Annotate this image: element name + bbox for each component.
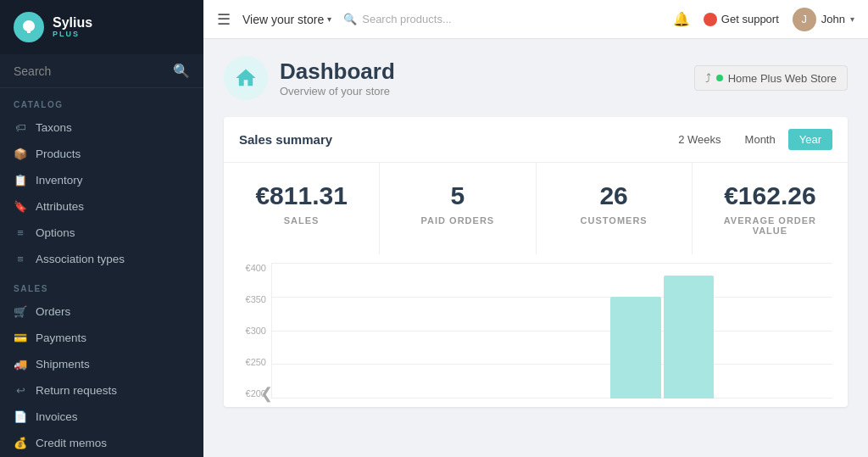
period-tab-2weeks[interactable]: 2 Weeks bbox=[667, 129, 732, 150]
metric-paid-orders-label: PAID ORDERS bbox=[395, 215, 520, 226]
y-label-350: €350 bbox=[239, 294, 266, 304]
metric-sales-value: €811.31 bbox=[239, 181, 364, 210]
sidebar-item-options[interactable]: ≡ Options bbox=[0, 220, 203, 246]
get-support-button[interactable]: Get support bbox=[704, 13, 779, 26]
top-nav: ☰ View your store ▾ 🔍 🔔 Get support J Jo… bbox=[203, 0, 868, 39]
taxons-icon: 🏷 bbox=[14, 121, 27, 134]
options-icon: ≡ bbox=[14, 226, 27, 239]
sales-label: SALES bbox=[0, 272, 203, 298]
metric-customers-value: 26 bbox=[552, 181, 676, 210]
sidebar-item-orders-label: Orders bbox=[36, 305, 70, 318]
metric-sales-label: SALES bbox=[239, 215, 364, 226]
y-label-400: €400 bbox=[239, 263, 266, 273]
sidebar-item-attributes[interactable]: 🔖 Attributes bbox=[0, 193, 203, 220]
avatar: J bbox=[793, 8, 816, 31]
metric-avg-order-label: AVERAGE ORDER VALUE bbox=[708, 215, 832, 236]
page-title-wrap: Dashboard Overview of your store bbox=[280, 59, 694, 98]
sidebar-item-options-label: Options bbox=[36, 226, 75, 239]
shipments-icon: 🚚 bbox=[14, 358, 27, 371]
store-badge[interactable]: ⤴ Home Plus Web Store bbox=[694, 65, 848, 91]
sidebar-item-attributes-label: Attributes bbox=[36, 200, 84, 213]
sidebar-item-return-requests[interactable]: ↩ Return requests bbox=[0, 377, 203, 404]
sidebar-item-payments[interactable]: 💳 Payments bbox=[0, 325, 203, 351]
period-tab-year[interactable]: Year bbox=[788, 129, 832, 150]
sidebar-item-taxons-label: Taxons bbox=[36, 121, 72, 134]
sidebar-item-invoices-label: Invoices bbox=[36, 410, 78, 423]
metric-avg-order-value: €162.26 bbox=[708, 181, 832, 210]
sidebar-item-payments-label: Payments bbox=[36, 332, 86, 344]
chart-nav-left[interactable]: ❮ bbox=[260, 384, 273, 403]
metric-paid-orders-value: 5 bbox=[395, 181, 520, 210]
logo-text: Sylius PLUS bbox=[53, 16, 92, 38]
hamburger-icon[interactable]: ☰ bbox=[217, 10, 231, 29]
period-tab-month[interactable]: Month bbox=[734, 129, 787, 150]
y-label-300: €300 bbox=[239, 326, 266, 336]
sales-summary-metrics: €811.31 SALES 5 PAID ORDERS 26 CUSTOMERS… bbox=[224, 163, 848, 254]
sidebar-item-credit-memos-label: Credit memos bbox=[36, 437, 107, 449]
sidebar-item-shipments-label: Shipments bbox=[36, 358, 90, 371]
metric-avg-order: €162.26 AVERAGE ORDER VALUE bbox=[693, 163, 848, 254]
page-content: Dashboard Overview of your store ⤴ Home … bbox=[203, 39, 868, 457]
page-header: Dashboard Overview of your store ⤴ Home … bbox=[224, 56, 848, 100]
sidebar-item-credit-memos[interactable]: 💰 Credit memos bbox=[0, 430, 203, 456]
sidebar-item-shipments[interactable]: 🚚 Shipments bbox=[0, 351, 203, 377]
bell-icon[interactable]: 🔔 bbox=[673, 11, 690, 27]
metric-sales: €811.31 SALES bbox=[224, 163, 380, 254]
inventory-icon: 📋 bbox=[14, 174, 27, 187]
sidebar-item-inventory-label: Inventory bbox=[36, 174, 83, 187]
sidebar-item-products[interactable]: 📦 Products bbox=[0, 141, 203, 167]
attributes-icon: 🔖 bbox=[14, 200, 27, 213]
topnav-search-icon: 🔍 bbox=[343, 13, 357, 25]
store-status-dot bbox=[716, 75, 723, 81]
chart-bar-6a bbox=[610, 297, 660, 398]
sales-summary-title: Sales summary bbox=[239, 132, 667, 147]
sidebar-item-products-label: Products bbox=[36, 148, 81, 160]
sidebar-item-association-types-label: Association types bbox=[36, 253, 125, 265]
association-types-icon: ≡ bbox=[14, 253, 27, 265]
sidebar-logo: Sylius PLUS bbox=[0, 0, 203, 54]
sidebar-item-association-types[interactable]: ≡ Association types bbox=[0, 246, 203, 272]
topnav-right: 🔔 Get support J John ▾ bbox=[673, 8, 854, 31]
products-icon: 📦 bbox=[14, 148, 27, 160]
share-icon: ⤴ bbox=[705, 71, 711, 85]
invoices-icon: 📄 bbox=[14, 410, 27, 423]
metric-customers-label: CUSTOMERS bbox=[552, 215, 676, 226]
orders-icon: 🛒 bbox=[14, 305, 27, 318]
sidebar-item-taxons[interactable]: 🏷 Taxons bbox=[0, 114, 203, 141]
logo-sub: PLUS bbox=[53, 30, 92, 38]
store-badge-label: Home Plus Web Store bbox=[728, 72, 837, 85]
support-icon bbox=[704, 13, 717, 26]
search-icon: 🔍 bbox=[173, 63, 190, 79]
user-chevron-down-icon: ▾ bbox=[850, 14, 854, 24]
chevron-down-icon: ▾ bbox=[327, 14, 331, 24]
search-input[interactable] bbox=[14, 64, 173, 78]
user-area[interactable]: J John ▾ bbox=[793, 8, 854, 31]
sidebar-item-invoices[interactable]: 📄 Invoices bbox=[0, 404, 203, 430]
main-content: ☰ View your store ▾ 🔍 🔔 Get support J Jo… bbox=[203, 0, 868, 457]
page-title: Dashboard bbox=[280, 59, 694, 85]
user-name: John bbox=[821, 13, 845, 25]
logo-title: Sylius bbox=[53, 16, 92, 30]
chart-bar-6b bbox=[664, 276, 714, 398]
sidebar-item-return-requests-label: Return requests bbox=[36, 384, 117, 397]
view-store-link[interactable]: View your store ▾ bbox=[242, 13, 331, 26]
period-tabs: 2 Weeks Month Year bbox=[667, 129, 832, 150]
sidebar-search[interactable]: 🔍 bbox=[0, 54, 203, 88]
catalog-section: CATALOG 🏷 Taxons 📦 Products 📋 Inventory … bbox=[0, 88, 203, 272]
page-subtitle: Overview of your store bbox=[280, 85, 694, 98]
metric-customers: 26 CUSTOMERS bbox=[537, 163, 693, 254]
sidebar-item-orders[interactable]: 🛒 Orders bbox=[0, 298, 203, 325]
topnav-search[interactable]: 🔍 bbox=[343, 13, 661, 25]
return-requests-icon: ↩ bbox=[14, 384, 27, 397]
sidebar: Sylius PLUS 🔍 CATALOG 🏷 Taxons 📦 Product… bbox=[0, 0, 203, 457]
dashboard-icon-wrap bbox=[224, 56, 268, 100]
metric-paid-orders: 5 PAID ORDERS bbox=[380, 163, 536, 254]
chart-area: €400 €350 €300 €250 €200 bbox=[224, 254, 848, 407]
payments-icon: 💳 bbox=[14, 332, 27, 344]
y-label-250: €250 bbox=[239, 357, 266, 367]
catalog-label: CATALOG bbox=[0, 88, 203, 114]
sales-summary-header: Sales summary 2 Weeks Month Year bbox=[224, 117, 848, 163]
sidebar-item-inventory[interactable]: 📋 Inventory bbox=[0, 167, 203, 193]
credit-memos-icon: 💰 bbox=[14, 437, 27, 449]
search-products-input[interactable] bbox=[362, 13, 504, 25]
